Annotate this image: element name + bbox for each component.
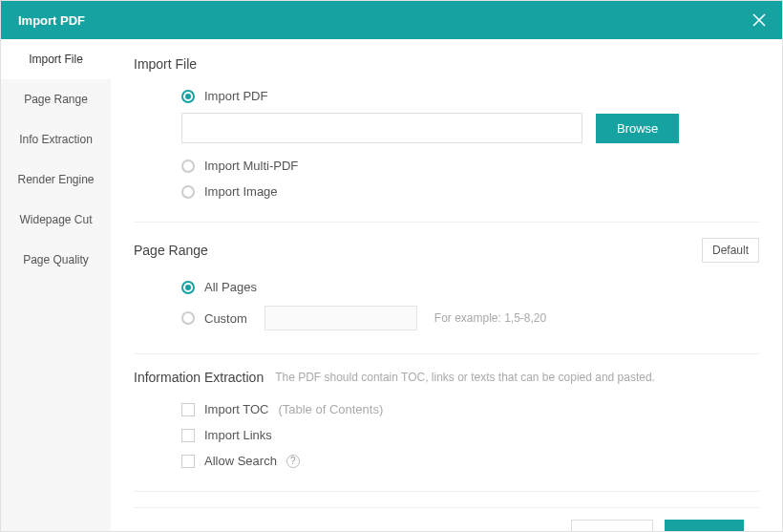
section-page-range: Page Range Default All Pages Custom For …	[134, 238, 759, 354]
radio-all-pages[interactable]	[181, 281, 195, 294]
custom-range-example: For example: 1,5-8,20	[434, 311, 546, 325]
checkbox-import-toc[interactable]	[181, 403, 195, 416]
radio-import-image[interactable]	[181, 185, 195, 199]
section-info-extraction: Information Extraction The PDF should co…	[134, 370, 759, 492]
label-import-multi-pdf: Import Multi-PDF	[204, 159, 298, 173]
sidebar-item-info-extraction[interactable]: Info Extraction	[1, 119, 111, 160]
section-title-import-file: Import File	[134, 56, 197, 72]
label-allow-search: Allow Search	[204, 454, 277, 468]
label-import-links: Import Links	[204, 428, 272, 442]
checkbox-import-links[interactable]	[181, 429, 195, 442]
section-title-page-range: Page Range	[134, 243, 208, 258]
sidebar-item-page-range[interactable]: Page Range	[1, 79, 111, 119]
label-import-toc: Import TOC	[204, 402, 268, 416]
sidebar-item-import-file[interactable]: Import File	[1, 39, 111, 79]
label-all-pages: All Pages	[204, 280, 257, 294]
content-pane: Import File Import PDF Browse Import Mul…	[111, 39, 782, 531]
dialog-title: Import PDF	[18, 13, 85, 28]
sidebar-item-render-engine[interactable]: Render Engine	[1, 160, 111, 200]
custom-range-input[interactable]	[265, 306, 417, 330]
sidebar-item-widepage-cut[interactable]: Widepage Cut	[1, 200, 111, 240]
section-title-info-extraction: Information Extraction	[134, 370, 264, 385]
sidebar-item-page-quality[interactable]: Page Quality	[1, 240, 111, 280]
import-button[interactable]: Import	[665, 520, 744, 531]
dialog-footer: Cancel Import	[134, 507, 759, 531]
dialog-body: Import File Page Range Info Extraction R…	[1, 39, 782, 531]
info-extraction-hint: The PDF should contain TOC, links or tex…	[275, 371, 655, 384]
radio-custom-range[interactable]	[181, 311, 195, 325]
radio-import-pdf[interactable]	[181, 90, 195, 103]
import-pdf-dialog: Import PDF Import File Page Range Info E…	[0, 0, 783, 532]
dialog-titlebar: Import PDF	[1, 1, 782, 39]
label-import-image: Import Image	[204, 184, 278, 199]
help-icon[interactable]: ?	[286, 455, 300, 468]
label-import-toc-sub: (Table of Contents)	[278, 402, 383, 416]
cancel-button[interactable]: Cancel	[571, 520, 653, 531]
label-import-pdf: Import PDF	[204, 89, 267, 103]
sidebar: Import File Page Range Info Extraction R…	[1, 39, 111, 531]
close-icon[interactable]	[748, 9, 771, 32]
radio-import-multi-pdf[interactable]	[181, 160, 195, 173]
pdf-path-input[interactable]	[181, 113, 582, 143]
browse-button[interactable]: Browse	[596, 114, 679, 143]
section-import-file: Import File Import PDF Browse Import Mul…	[134, 56, 759, 223]
label-custom-range: Custom	[204, 311, 247, 326]
default-button[interactable]: Default	[702, 238, 759, 263]
checkbox-allow-search[interactable]	[181, 455, 195, 468]
